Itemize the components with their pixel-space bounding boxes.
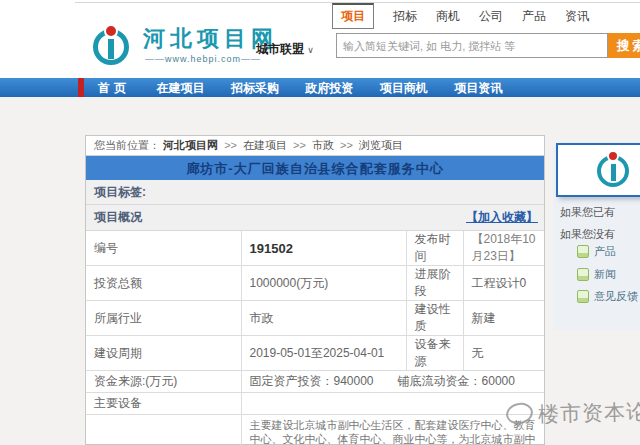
sidebar-item-products[interactable]: 产品 (577, 244, 616, 259)
project-card: 您当前位置： 河北项目网 >> 在建项目 >> 市政 >> 浏览项目 廊坊市-大… (85, 135, 545, 445)
project-tags-label: 项目标签: (94, 185, 146, 199)
field-label-publish-date: 发布时间 (406, 231, 463, 266)
field-value-industry: 市政 (241, 301, 406, 336)
sidebar-item-news[interactable]: 新闻 (577, 267, 616, 282)
field-label-construction-nature: 建设性质 (406, 301, 463, 336)
nav-government-investment[interactable]: 政府投资 (305, 79, 353, 98)
city-alliance-dropdown[interactable]: 城市联盟 ∨ (256, 41, 314, 58)
nav-projects-under-construction[interactable]: 在建项目 (156, 79, 204, 98)
sidebar-logo (556, 143, 640, 197)
field-value-funding-source: 固定资产投资：940000 铺底流动资金：60000 (241, 371, 544, 393)
field-value-number: 191502 (241, 231, 406, 266)
breadcrumb-category-link[interactable]: 市政 (312, 139, 334, 151)
project-overview-label: 项目概况 (94, 210, 142, 224)
search-input[interactable] (336, 33, 608, 58)
logo-bar-shape (108, 39, 114, 59)
nav-bidding-procurement[interactable]: 招标采购 (231, 79, 279, 98)
breadcrumb: 您当前位置： 河北项目网 >> 在建项目 >> 市政 >> 浏览项目 (86, 136, 544, 156)
field-label-construction-content: 建设内容/主要产品 (86, 415, 241, 445)
sidebar-item-label: 新闻 (594, 267, 616, 282)
sidebar-logo-dot-shape (607, 150, 619, 162)
table-row-period: 建设周期 2019-05-01至2025-04-01 设备来源 无 (86, 336, 544, 371)
tab-news[interactable]: 资讯 (565, 5, 589, 28)
field-value-total-investment: 1000000(万元) (241, 266, 406, 301)
tab-projects[interactable]: 项目 (332, 3, 374, 29)
search-button[interactable]: 搜索 (608, 33, 640, 58)
breadcrumb-prefix: 您当前位置： (94, 139, 160, 151)
field-value-construction-content: 主要建设北京城市副中心生活区，配套建设医疗中心、教育中心、文化中心、体育中心、商… (241, 415, 544, 445)
document-icon (577, 245, 589, 258)
nav-project-opportunities[interactable]: 项目商机 (380, 79, 428, 98)
page: 河北项目网 ——www.hebpi.com—— 城市联盟 ∨ 项目 招标 商机 … (0, 0, 640, 445)
nav-items: 首页 在建项目 招标采购 政府投资 项目商机 项目资讯 (98, 78, 524, 97)
page-title: 廊坊市-大厂回族自治县综合配套服务中心 (186, 161, 443, 176)
project-title-bar: 廊坊市-大厂回族自治县综合配套服务中心 (86, 156, 544, 180)
chevron-down-icon: ∨ (307, 45, 314, 55)
table-row-number: 编号 191502 发布时间 【2018年10月23日】 (86, 231, 544, 266)
document-icon (577, 290, 589, 303)
tab-opportunities[interactable]: 商机 (436, 5, 460, 28)
city-alliance-label: 城市联盟 (256, 42, 304, 56)
table-row-funding: 资金来源:(万元) 固定资产投资：940000 铺底流动资金：60000 (86, 371, 544, 393)
breadcrumb-separator: >> (293, 139, 306, 151)
site-url: ——www.hebpi.com—— (145, 54, 261, 64)
field-value-construction-nature: 新建 (463, 301, 544, 336)
document-icon (577, 268, 589, 281)
sidebar-text-1: 如果您已有 (560, 205, 615, 220)
table-row-industry: 所属行业 市政 建设性质 新建 (86, 301, 544, 336)
sidebar-logo-bar-shape (611, 164, 616, 181)
watermark-logo-icon (504, 400, 535, 426)
field-label-total-investment: 投资总额 (86, 266, 241, 301)
nav-project-news[interactable]: 项目资讯 (454, 79, 502, 98)
main-nav: 首页 在建项目 招标采购 政府投资 项目商机 项目资讯 (0, 78, 640, 97)
site-logo[interactable]: 河北项目网 ——www.hebpi.com—— (93, 24, 268, 70)
field-value-equipment-source: 无 (463, 336, 544, 371)
tab-products[interactable]: 产品 (522, 5, 546, 28)
field-label-construction-period: 建设周期 (86, 336, 241, 371)
field-value-construction-period: 2019-05-01至2025-04-01 (241, 336, 406, 371)
breadcrumb-site-link[interactable]: 河北项目网 (163, 139, 218, 151)
sidebar-item-label: 意见反馈 (594, 289, 638, 304)
sidebar-text-2: 如果您没有 (560, 227, 615, 242)
right-sidebar: 如果您已有 如果您没有 产品 新闻 意见反馈 (553, 143, 640, 330)
site-header: 河北项目网 ——www.hebpi.com—— 城市联盟 ∨ 项目 招标 商机 … (0, 0, 640, 78)
breadcrumb-current-page: 浏览项目 (359, 139, 403, 151)
field-label-equipment-source: 设备来源 (406, 336, 463, 371)
breadcrumb-separator: >> (340, 139, 353, 151)
field-label-main-equipment: 主要设备 (86, 393, 241, 415)
section-header-project-overview: 项目概况 【加入收藏】 (86, 205, 544, 231)
field-value-publish-date: 【2018年10月23日】 (463, 231, 544, 266)
breadcrumb-section-link[interactable]: 在建项目 (243, 139, 287, 151)
nav-red-stripe (78, 78, 84, 97)
field-value-main-equipment (241, 393, 544, 415)
section-header-project-tags: 项目标签: (86, 180, 544, 205)
field-label-number: 编号 (86, 231, 241, 266)
site-logo-icon (93, 26, 133, 68)
sidebar-item-feedback[interactable]: 意见反馈 (577, 289, 638, 304)
watermark-text: 楼市资本论 (538, 398, 640, 429)
header-tabs: 项目 招标 商机 公司 产品 资讯 (332, 5, 608, 27)
watermark: 楼市资本论 (506, 399, 640, 427)
table-row-investment: 投资总额 1000000(万元) 进展阶段 工程设计0 (86, 266, 544, 301)
field-label-funding-source: 资金来源:(万元) (86, 371, 241, 393)
field-value-progress-stage: 工程设计0 (463, 266, 544, 301)
breadcrumb-separator: >> (224, 139, 237, 151)
field-label-industry: 所属行业 (86, 301, 241, 336)
table-row-main-equipment: 主要设备 (86, 393, 544, 415)
table-row-description: 建设内容/主要产品 主要建设北京城市副中心生活区，配套建设医疗中心、教育中心、文… (86, 415, 544, 445)
field-label-progress-stage: 进展阶段 (406, 266, 463, 301)
logo-dot-shape (104, 24, 118, 38)
tab-bidding[interactable]: 招标 (393, 5, 417, 28)
tab-companies[interactable]: 公司 (479, 5, 503, 28)
sidebar-item-label: 产品 (594, 244, 616, 259)
project-info-table: 编号 191502 发布时间 【2018年10月23日】 投资总额 100000… (86, 231, 544, 445)
add-favorite-link[interactable]: 【加入收藏】 (466, 205, 538, 230)
nav-home[interactable]: 首页 (98, 79, 130, 98)
